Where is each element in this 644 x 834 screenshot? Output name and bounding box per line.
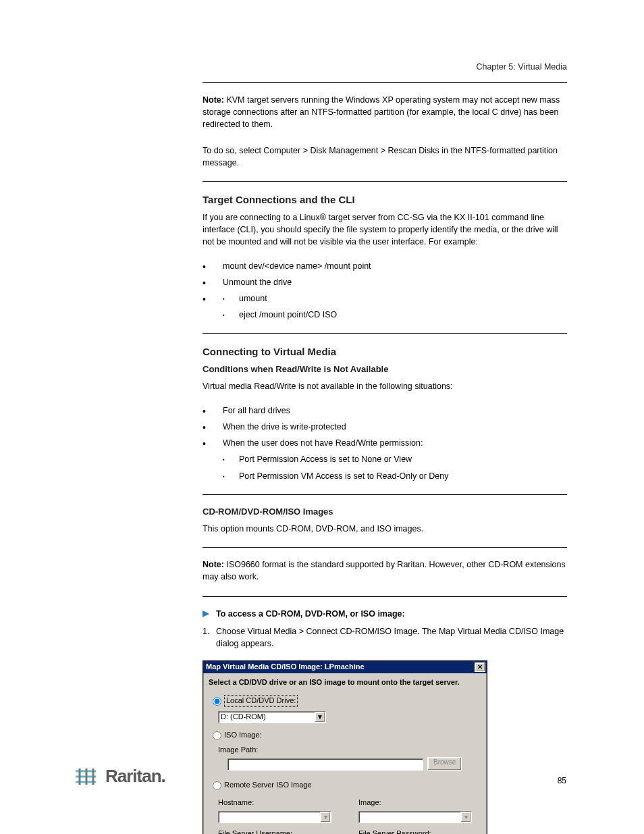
radio-remote-input[interactable] xyxy=(213,781,221,790)
dialog-title-text: Map Virtual Media CD/ISO Image: LPmachin… xyxy=(206,662,365,673)
procedure-title: To access a CD-ROM, DVD-ROM, or ISO imag… xyxy=(216,608,405,620)
note-label: Note: xyxy=(203,95,224,105)
local-drive-value: D: (CD-ROM) xyxy=(221,712,266,723)
tc-intro: If you are connecting to a Linux® target… xyxy=(203,211,567,248)
section-heading-cdrom: CD-ROM/DVD-ROM/ISO Images xyxy=(203,506,567,519)
brand-logo: Raritan. xyxy=(74,766,165,787)
list-item: Port Permission VM Access is set to Read… xyxy=(223,470,567,482)
vm-dialog: Map Virtual Media CD/ISO Image: LPmachin… xyxy=(203,660,487,834)
section-heading-connecting-vm: Connecting to Virtual Media xyxy=(203,344,567,359)
list-item: Unmount the drive xyxy=(203,276,567,288)
cdrom-note: Note: ISO9660 format is the standard sup… xyxy=(203,558,567,583)
dialog-prompt: Select a CD/DVD drive or an ISO image to… xyxy=(209,677,481,688)
fs-username-label: File Server Username: xyxy=(218,829,331,834)
list-item: When the user does not have Read/Write p… xyxy=(203,437,567,481)
list-item: eject /mount point/CD ISO xyxy=(223,309,567,321)
radio-local-drive[interactable]: Local CD/DVD Drive: xyxy=(213,695,481,707)
note-text: KVM target servers running the Windows X… xyxy=(203,95,560,129)
step-item: Choose Virtual Media > Connect CD-ROM/IS… xyxy=(212,625,567,650)
command-sublist: umount eject /mount point/CD ISO xyxy=(223,292,567,321)
dialog-titlebar[interactable]: Map Virtual Media CD/ISO Image: LPmachin… xyxy=(203,661,487,673)
play-icon xyxy=(203,610,209,617)
procedure-head: To access a CD-ROM, DVD-ROM, or ISO imag… xyxy=(203,608,567,620)
radio-remote-iso[interactable]: Remote Server ISO Image xyxy=(213,780,481,791)
list-item: umount xyxy=(223,292,567,305)
divider xyxy=(203,494,567,495)
chevron-down-icon[interactable]: ▾ xyxy=(460,812,471,823)
section-subheading-conditions: Conditions when Read/Write is Not Availa… xyxy=(203,363,567,376)
chevron-down-icon[interactable]: ▾ xyxy=(320,812,331,823)
conditions-sublist: Port Permission Access is set to None or… xyxy=(223,453,567,481)
image-select[interactable]: ▾ xyxy=(358,811,472,823)
page-number: 85 xyxy=(558,776,566,785)
disconnect-tip: To do so, select Computer > Disk Managem… xyxy=(203,145,567,169)
hostname-select[interactable]: ▾ xyxy=(218,811,331,823)
section-heading-target-connections: Target Connections and the CLI xyxy=(203,192,567,207)
image-label: Image: xyxy=(358,798,480,808)
note-text: ISO9660 format is the standard supported… xyxy=(203,560,566,581)
note-label: Note: xyxy=(203,560,224,569)
divider xyxy=(203,547,567,548)
chapter-reference: Chapter 5: Virtual Media xyxy=(203,61,567,73)
cdrom-intro: This option mounts CD-ROM, DVD-ROM, and … xyxy=(203,523,567,535)
image-path-label: Image Path: xyxy=(218,745,481,756)
radio-remote-label: Remote Server ISO Image xyxy=(224,780,312,791)
procedure-steps: Choose Virtual Media > Connect CD-ROM/IS… xyxy=(203,625,567,650)
radio-iso-input[interactable] xyxy=(213,731,221,740)
raritan-mark-icon xyxy=(74,767,100,786)
image-path-input[interactable] xyxy=(227,758,423,771)
radio-iso-label: ISO Image: xyxy=(224,730,262,741)
list-item: When the drive is write-protected xyxy=(203,421,567,433)
chevron-down-icon[interactable]: ▼ xyxy=(315,712,325,723)
browse-button[interactable]: Browse xyxy=(427,757,462,771)
divider xyxy=(203,82,567,83)
hostname-label: Hostname: xyxy=(218,798,331,808)
list-item: umount eject /mount point/CD ISO xyxy=(203,292,567,321)
cond-intro: Virtual media Read/Write is not availabl… xyxy=(203,380,567,392)
radio-local-label: Local CD/DVD Drive: xyxy=(224,695,298,707)
fs-password-label: File Server Password: xyxy=(358,829,480,834)
list-item-text: When the user does not have Read/Write p… xyxy=(223,438,423,448)
close-button[interactable]: ✕ xyxy=(475,662,485,672)
conditions-list: For all hard drives When the drive is wr… xyxy=(203,405,567,482)
radio-local-input[interactable] xyxy=(213,697,221,706)
divider xyxy=(203,181,567,182)
divider xyxy=(203,596,567,597)
divider xyxy=(203,333,567,334)
list-item: For all hard drives xyxy=(203,405,567,417)
brand-name: Raritan. xyxy=(105,766,165,787)
command-list: mount dev/<device name> /mount point Unm… xyxy=(203,260,567,321)
list-item: mount dev/<device name> /mount point xyxy=(203,260,567,272)
list-item: Port Permission Access is set to None or… xyxy=(223,453,567,465)
radio-iso-image[interactable]: ISO Image: xyxy=(213,730,481,741)
svg-marker-0 xyxy=(203,610,209,617)
note-block: Note: KVM target servers running the Win… xyxy=(203,94,567,130)
local-drive-select[interactable]: D: (CD-ROM) ▼ xyxy=(218,711,326,723)
